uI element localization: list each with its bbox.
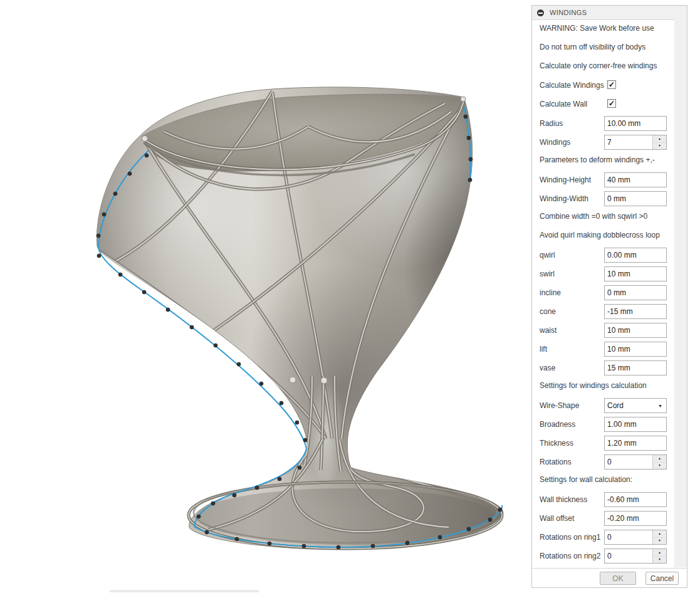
incline-input[interactable] [604, 285, 667, 300]
calculate-windings-label: Calculate Windings [540, 81, 604, 90]
spin-down-button[interactable]: ▼ [653, 463, 666, 470]
rotations-ring1-input[interactable] [605, 530, 652, 544]
rotations-ring1-spinner: ▲ ▼ [604, 530, 667, 545]
wall-thickness-label: Wall thickness [540, 495, 587, 504]
row-wall-offset: Wall offset [532, 511, 675, 526]
waist-input[interactable] [604, 323, 667, 338]
row-thickness: Thickness [532, 436, 675, 451]
radius-input[interactable] [604, 116, 667, 131]
row-rotations-ring1: Rotations on ring1 ▲ ▼ [532, 530, 675, 545]
row-swirl: swirl [532, 266, 675, 281]
row-lift: lift [532, 342, 675, 357]
winding-height-label: Winding-Height [540, 176, 591, 184]
note-deform: Parameters to deform windings +,- [532, 152, 675, 167]
cancel-button[interactable]: Cancel [645, 572, 679, 585]
scrollbar-gutter[interactable] [674, 19, 687, 567]
3d-viewport[interactable] [0, 0, 531, 593]
spin-up-button[interactable]: ▲ [653, 549, 666, 557]
radius-label: Radius [540, 119, 563, 128]
row-waist: waist [532, 323, 675, 338]
row-rotations-ring2: Rotations on ring2 ▲ ▼ [532, 548, 675, 564]
check-icon: ✓ [609, 100, 615, 107]
cone-label: cone [540, 307, 556, 316]
wall-offset-label: Wall offset [540, 514, 574, 523]
winding-width-input[interactable] [604, 191, 667, 206]
row-calculate-wall: Calculate Wall ✓ [532, 97, 675, 112]
windings-input[interactable] [605, 135, 652, 149]
rotations-label: Rotations [540, 458, 572, 466]
row-calculate-windings: Calculate Windings ✓ [532, 78, 675, 93]
dialog-title: WINDINGS [550, 9, 587, 16]
navigation-bar-edge [110, 590, 259, 592]
rotations-input[interactable] [605, 455, 652, 469]
wire-shape-value: Cord [607, 401, 624, 410]
note-avoid: Avoid quirl making dobblecross loop [532, 228, 675, 243]
check-icon: ✓ [609, 81, 615, 88]
note-windings-calc: Settings for windings calculation [532, 378, 675, 393]
calculate-windings-checkbox[interactable]: ✓ [607, 80, 616, 89]
foot-top-surface [196, 488, 494, 545]
note-corner-free: Calculate only corner-free windings [532, 58, 675, 73]
rotations-ring2-input[interactable] [605, 549, 652, 563]
row-vase: vase [532, 360, 675, 375]
spin-down-button[interactable]: ▼ [653, 557, 666, 564]
footer-separator [532, 568, 687, 569]
qwirl-input[interactable] [604, 248, 667, 263]
swirl-input[interactable] [604, 266, 667, 281]
spin-up-button[interactable]: ▲ [653, 455, 666, 463]
dialog-titlebar[interactable]: WINDINGS [532, 6, 687, 20]
row-rotations: Rotations ▲ ▼ [532, 454, 675, 470]
row-wire-shape: Wire-Shape Cord ▼ [532, 398, 675, 413]
row-cone: cone [532, 304, 675, 319]
incline-label: incline [540, 288, 561, 297]
winding-width-label: Winding-Width [540, 194, 588, 203]
spin-up-button[interactable]: ▲ [653, 135, 666, 143]
lift-input[interactable] [604, 342, 667, 357]
row-radius: Radius [532, 116, 675, 131]
swirl-label: swirl [540, 270, 555, 278]
dropdown-arrow-icon: ▼ [658, 404, 662, 408]
rotations-spinner: ▲ ▼ [604, 454, 667, 470]
note-visibility: Do not turn off visibility of bodys [532, 39, 675, 55]
vase-label: vase [540, 364, 555, 372]
spin-down-button[interactable]: ▼ [653, 143, 666, 150]
rotations-ring2-spinner: ▲ ▼ [604, 548, 667, 564]
row-winding-width: Winding-Width [532, 191, 675, 206]
winding-height-input[interactable] [604, 172, 667, 187]
windings-dialog: WINDINGS WARNING: Save Work before use D… [531, 5, 687, 588]
wire-shape-select[interactable]: Cord ▼ [604, 398, 667, 413]
ok-button[interactable]: OK [600, 572, 636, 585]
vase-input[interactable] [604, 360, 667, 375]
row-wall-thickness: Wall thickness [532, 492, 675, 507]
windings-spinner: ▲ ▼ [604, 135, 667, 150]
waist-label: waist [540, 326, 556, 335]
wall-thickness-input[interactable] [604, 492, 667, 507]
cone-input[interactable] [604, 304, 667, 319]
collapse-icon[interactable] [537, 9, 544, 16]
row-broadness: Broadness [532, 417, 675, 432]
row-qwirl: qwirl [532, 248, 675, 263]
note-warning: WARNING: Save Work before use [532, 21, 675, 36]
rotations-ring1-label: Rotations on ring1 [540, 533, 600, 542]
broadness-input[interactable] [604, 417, 667, 432]
calculate-wall-label: Calculate Wall [540, 100, 587, 108]
qwirl-label: qwirl [540, 251, 555, 260]
spin-down-button[interactable]: ▼ [653, 538, 666, 545]
spin-up-button[interactable]: ▲ [653, 530, 666, 538]
note-wall-calc: Settings for wall calculation: [532, 472, 675, 487]
broadness-label: Broadness [540, 420, 575, 429]
note-combine: Combine width =0 with sqwirl >0 [532, 209, 675, 224]
wire-shape-label: Wire-Shape [540, 401, 579, 410]
thickness-label: Thickness [540, 439, 573, 448]
lift-label: lift [540, 345, 547, 354]
row-winding-height: Winding-Height [532, 172, 675, 187]
thickness-input[interactable] [604, 436, 667, 451]
windings-label: Windings [540, 138, 570, 147]
row-incline: incline [532, 285, 675, 300]
calculate-wall-checkbox[interactable]: ✓ [607, 99, 616, 108]
wall-offset-input[interactable] [604, 511, 667, 526]
rotations-ring2-label: Rotations on ring2 [540, 552, 600, 560]
row-windings: Windings ▲ ▼ [532, 135, 675, 150]
